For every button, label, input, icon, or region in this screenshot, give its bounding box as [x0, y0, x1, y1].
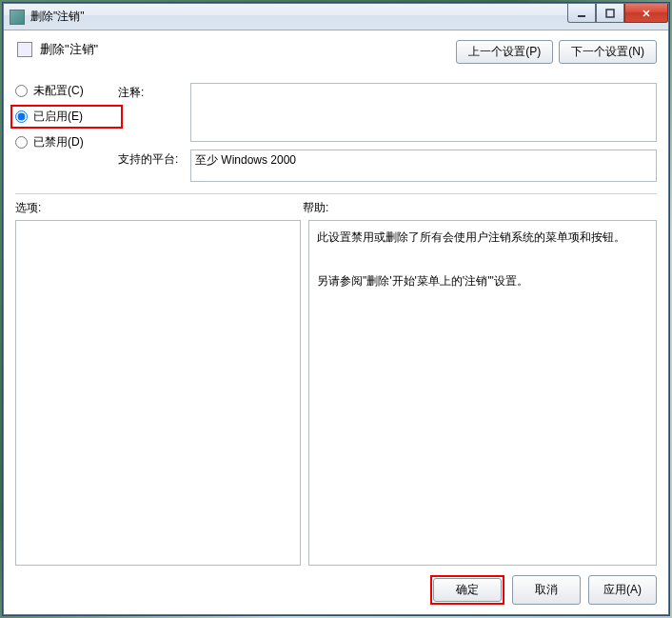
previous-setting-button[interactable]: 上一个设置(P)	[456, 40, 553, 64]
radio-not-configured[interactable]: 未配置(C)	[15, 83, 118, 99]
minimize-button[interactable]	[567, 4, 596, 23]
close-button[interactable]	[624, 4, 668, 23]
help-label: 帮助:	[303, 200, 328, 216]
help-text-line: 此设置禁用或删除了所有会使用户注销系统的菜单项和按钮。	[317, 227, 648, 249]
footer: 确定 取消 应用(A)	[15, 566, 657, 605]
radio-enabled-label: 已启用(E)	[33, 109, 83, 125]
panel-labels-row: 选项: 帮助:	[15, 200, 657, 216]
config-row: 未配置(C) 已启用(E) 已禁用(D) 注释:	[15, 83, 657, 182]
minimize-icon	[576, 8, 587, 19]
window-icon	[10, 10, 25, 25]
svg-rect-0	[578, 15, 585, 17]
panels: 此设置禁用或删除了所有会使用户注销系统的菜单项和按钮。 另请参阅"删除'开始'菜…	[15, 220, 657, 566]
radio-disabled-input[interactable]	[15, 136, 28, 149]
window-title: 删除"注销"	[30, 9, 85, 25]
maximize-icon	[604, 8, 616, 19]
radio-not-configured-input[interactable]	[15, 85, 28, 97]
platform-row: 支持的平台: 至少 Windows 2000	[118, 150, 657, 182]
state-radio-group: 未配置(C) 已启用(E) 已禁用(D)	[15, 83, 118, 182]
options-panel[interactable]	[15, 220, 301, 566]
help-panel[interactable]: 此设置禁用或删除了所有会使用户注销系统的菜单项和按钮。 另请参阅"删除'开始'菜…	[308, 220, 657, 566]
radio-enabled[interactable]: 已启用(E)	[15, 109, 118, 125]
divider	[15, 193, 657, 194]
window-controls	[567, 4, 668, 23]
title-bar[interactable]: 删除"注销"	[4, 4, 668, 30]
radio-disabled-label: 已禁用(D)	[33, 134, 84, 150]
enabled-highlight: 已启用(E)	[10, 105, 123, 129]
radio-disabled[interactable]: 已禁用(D)	[15, 134, 118, 150]
ok-highlight: 确定	[430, 575, 504, 605]
svg-rect-1	[606, 10, 614, 17]
help-text-line: 另请参阅"删除'开始'菜单上的'注销'"设置。	[317, 270, 648, 292]
ok-button[interactable]: 确定	[433, 578, 502, 602]
dialog-window: 删除"注销" 删除"注销" 上一个设置(P) 下一个设置(N)	[3, 3, 669, 615]
nav-buttons: 上一个设置(P) 下一个设置(N)	[456, 40, 657, 64]
right-column: 注释: 支持的平台: 至少 Windows 2000	[118, 83, 657, 182]
cancel-button[interactable]: 取消	[512, 575, 581, 605]
close-icon	[641, 8, 652, 19]
comment-input[interactable]	[190, 83, 657, 142]
policy-name: 删除"注销"	[40, 40, 98, 58]
client-area: 删除"注销" 上一个设置(P) 下一个设置(N) 未配置(C) 已启用(E)	[4, 30, 668, 614]
radio-not-configured-label: 未配置(C)	[33, 83, 84, 99]
next-setting-button[interactable]: 下一个设置(N)	[559, 40, 657, 64]
platform-label: 支持的平台:	[118, 150, 183, 168]
comment-label: 注释:	[118, 83, 183, 101]
radio-enabled-input[interactable]	[15, 110, 28, 123]
comment-row: 注释:	[118, 83, 657, 142]
header-row: 删除"注销" 上一个设置(P) 下一个设置(N)	[15, 40, 657, 64]
maximize-button[interactable]	[596, 4, 624, 23]
policy-icon	[17, 42, 32, 57]
apply-button[interactable]: 应用(A)	[588, 575, 657, 605]
options-label: 选项:	[15, 200, 303, 216]
platform-value: 至少 Windows 2000	[190, 150, 657, 182]
